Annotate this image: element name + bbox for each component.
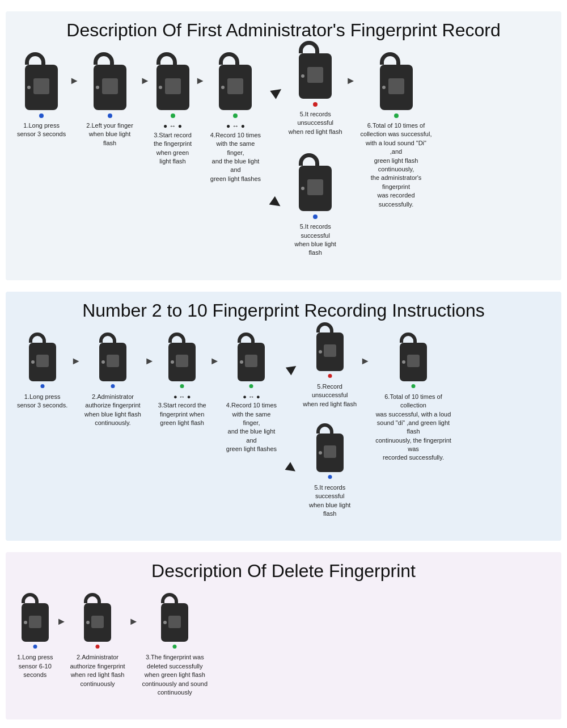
side-dot xyxy=(319,451,322,455)
arrow-s3-2: ► xyxy=(129,593,139,628)
lock-shackle xyxy=(299,41,319,53)
lock-wrapper xyxy=(94,52,126,110)
light-dot-green xyxy=(249,384,253,388)
s1-step4: ● ↔ ● 4.Record 10 timeswith the same fin… xyxy=(209,52,263,183)
lock-wrapper xyxy=(299,153,332,211)
s1-step1: 1.Long presssensor 3 seconds xyxy=(17,52,66,139)
step5b-label: 5.It records successfulwhen blue light f… xyxy=(289,222,342,258)
s2-step2: 2.Administratorauthorize fingerprintwhen… xyxy=(84,333,141,428)
step6-label: 6.Total of 10 times ofcollection was suc… xyxy=(359,121,433,209)
light-dot-red xyxy=(96,645,100,649)
fingerprint-sensor xyxy=(102,78,118,94)
lock-body xyxy=(380,65,413,110)
fingerprint-sensor xyxy=(165,78,181,94)
section3-steps-row: 1.Long presssensor 6-10seconds ► 2.Admin… xyxy=(17,593,550,708)
s3-step2: 2.Administratorauthorize fingerprintwhen… xyxy=(70,593,125,688)
side-dot xyxy=(319,350,322,354)
page: Description Of First Administrator's Fin… xyxy=(0,0,567,728)
fingerprint-sensor xyxy=(388,78,404,94)
lock-wrapper xyxy=(161,593,188,642)
s2-step4: ● ↔ ● 4.Record 10 timeswith the same fin… xyxy=(223,333,280,454)
branch-top: ► 5.It records unsuccessfulwhen red ligh… xyxy=(268,52,342,136)
light-dot-blue xyxy=(40,384,44,388)
lock-body xyxy=(94,65,126,110)
lock-body xyxy=(22,603,49,642)
s2-step3: ● ↔ ● 3.Start record thefingerprint when… xyxy=(158,333,206,428)
step2-label3: 2.Administratorauthorize fingerprintwhen… xyxy=(70,653,125,688)
lock-body xyxy=(316,434,344,472)
section3-title: Description Of Delete Fingerprint xyxy=(17,561,550,582)
lock-body xyxy=(161,603,188,642)
lock-body xyxy=(299,166,332,211)
lock-wrapper xyxy=(400,333,427,381)
fingerprint-sensor xyxy=(407,355,420,367)
arrow1: ► xyxy=(71,333,81,367)
step5a-label: 5.It records unsuccessfulwhen red light … xyxy=(289,110,342,136)
s1-step6: 6.Total of 10 times ofcollection was suc… xyxy=(359,52,433,209)
light-dot-blue xyxy=(33,645,37,649)
section1-title: Description Of First Administrator's Fin… xyxy=(17,20,550,41)
s3-step1: 1.Long presssensor 6-10seconds xyxy=(17,593,53,679)
s2-step1: 1.Long presssensor 3 seconds. xyxy=(17,333,67,410)
side-dot xyxy=(301,74,304,78)
step4-label: ● ↔ ● 4.Record 10 timeswith the same fin… xyxy=(223,393,280,454)
step1-label3: 1.Long presssensor 6-10seconds xyxy=(17,653,53,679)
lock-shackle xyxy=(25,52,45,65)
fingerprint-sensor xyxy=(36,355,49,367)
lock-wrapper xyxy=(219,52,252,110)
branch-top2: ► 5.Record unsuccessfulwhen red light fl… xyxy=(284,333,357,409)
fingerprint-sensor xyxy=(33,78,49,94)
side-dot xyxy=(24,621,27,624)
section1: Description Of First Administrator's Fin… xyxy=(6,11,561,280)
side-dot xyxy=(27,86,31,89)
arrow3: ► xyxy=(210,333,220,367)
lock-body xyxy=(219,65,252,110)
light-dot-green xyxy=(171,113,175,118)
lock-wrapper xyxy=(299,41,332,99)
lock-body xyxy=(156,65,189,110)
lock-body xyxy=(99,343,126,381)
fingerprint-sensor xyxy=(324,445,336,458)
lock-wrapper xyxy=(29,333,56,381)
lock-body xyxy=(29,343,56,381)
arrow3: ► xyxy=(195,52,205,87)
section2: Number 2 to 10 Fingerprint Recording Ins… xyxy=(6,292,561,541)
step3-label: ● ↔ ● 3.Start recordthe fingerprintwhen … xyxy=(154,121,192,166)
fingerprint-sensor xyxy=(307,67,323,83)
lock-wrapper xyxy=(316,322,344,371)
light-dot-green xyxy=(173,645,177,649)
section1-steps-row: 1.Long presssensor 3 seconds ► 2.Left yo… xyxy=(17,52,550,269)
step4-label: ● ↔ ● 4.Record 10 timeswith the same fin… xyxy=(209,121,263,183)
fingerprint-sensor xyxy=(91,616,104,628)
lock-wrapper xyxy=(84,593,111,642)
lock-shackle xyxy=(299,153,319,166)
s1-step3: ● ↔ ● 3.Start recordthe fingerprintwhen … xyxy=(154,52,192,166)
arrow-up-right2: ► xyxy=(281,356,304,380)
fingerprint-sensor xyxy=(324,344,336,357)
light-dot-blue xyxy=(111,384,115,388)
fingerprint-sensor xyxy=(168,616,181,628)
light-dot-blue xyxy=(313,214,318,219)
branch-section2: ► 5.Record unsuccessfulwhen red light fl… xyxy=(284,333,357,519)
step2-label: 2.Administratorauthorize fingerprintwhen… xyxy=(84,393,141,428)
side-dot xyxy=(240,360,243,364)
arrow5: ► xyxy=(346,52,356,87)
s1-step5b: 5.It records successfulwhen blue light f… xyxy=(289,153,342,258)
lock-shackle xyxy=(316,423,333,434)
side-dot xyxy=(382,86,386,89)
side-dot xyxy=(402,360,405,364)
lock-shackle xyxy=(219,52,239,65)
branch-section: ► 5.It records unsuccessfulwhen red ligh… xyxy=(268,52,342,258)
lock-wrapper xyxy=(168,333,196,381)
section3: Description Of Delete Fingerprint 1.Long… xyxy=(6,552,561,719)
s1-step2: 2.Left your fingerwhen blue light flash xyxy=(83,52,137,148)
arrow5b: ► xyxy=(360,333,370,367)
step6-label2: 6.Total of 10 times of collectionwas suc… xyxy=(374,393,453,462)
lock-shackle xyxy=(156,52,177,65)
step1-label: 1.Long presssensor 3 seconds. xyxy=(17,393,67,410)
arrow2: ► xyxy=(140,52,150,87)
s2-step5a: 5.Record unsuccessfulwhen red light flas… xyxy=(303,322,357,409)
lock-shackle xyxy=(94,52,114,65)
fingerprint-sensor xyxy=(227,78,243,94)
light-dot-blue xyxy=(328,475,332,479)
